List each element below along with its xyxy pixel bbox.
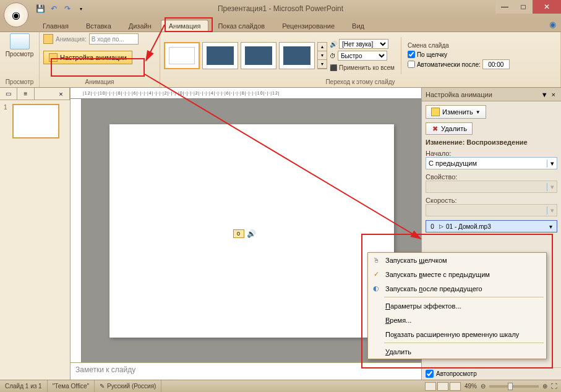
tab-review[interactable]: Рецензирование <box>274 20 343 32</box>
minimize-button[interactable]: — <box>495 0 514 14</box>
transition-item-3[interactable] <box>241 42 276 69</box>
close-button[interactable]: ✕ <box>533 0 561 14</box>
tab-view[interactable]: Вид <box>344 20 372 32</box>
speed-label-pane: Скорость: <box>426 197 557 204</box>
animation-label: Анимация: <box>56 36 87 43</box>
pane-close-icon[interactable]: × <box>550 91 557 98</box>
separator <box>384 343 544 343</box>
zoom-slider[interactable] <box>489 385 539 388</box>
slide[interactable]: 0 🔊 <box>109 124 394 338</box>
separator <box>384 297 544 297</box>
chevron-down-icon[interactable]: ▾ <box>547 160 557 168</box>
group-transition-label: Переход к этому слайду <box>164 78 557 86</box>
auto-time-input[interactable] <box>482 59 510 69</box>
change-effect-button[interactable]: Изменить ▼ <box>426 105 486 119</box>
help-icon[interactable]: ◉ <box>549 20 556 29</box>
autoplay-label: Автопросмотр <box>436 370 477 377</box>
apply-to-all-button[interactable]: ⬛ Применить ко всем <box>330 62 395 73</box>
pane-title: Настройка анимации <box>426 91 539 98</box>
language-indicator[interactable]: ✎ Русский (Россия) <box>95 380 161 392</box>
normal-view-button[interactable] <box>425 382 436 391</box>
ctx-effect-params[interactable]: Параметры эффектов... <box>368 299 546 313</box>
vertical-ruler <box>71 99 82 362</box>
clock-icon: ◐ <box>371 284 381 294</box>
ctx-timing[interactable]: Время... <box>368 313 546 327</box>
transition-none[interactable] <box>164 42 200 69</box>
property-combo: ▾ <box>426 181 557 193</box>
outline-tab[interactable]: ≡ <box>17 88 35 100</box>
autoplay-checkbox[interactable] <box>426 370 434 378</box>
slideshow-view-button[interactable] <box>450 382 461 391</box>
on-click-checkbox[interactable]: По щелчку <box>408 51 510 58</box>
speed-combo[interactable]: Быстро <box>338 51 387 61</box>
property-label: Свойство: <box>426 173 557 181</box>
ctx-start-on-click[interactable]: 🖱 Запускать щелчком <box>368 253 546 267</box>
speed-combo-pane: ▾ <box>426 204 557 216</box>
office-button[interactable]: ◉ <box>4 2 28 27</box>
transition-item-4[interactable] <box>279 42 315 69</box>
ctx-remove[interactable]: Удалить <box>368 344 546 359</box>
animation-combo[interactable] <box>89 33 139 45</box>
maximize-button[interactable]: □ <box>514 0 533 14</box>
effect-name: 01 - Домой.mp3 <box>446 223 491 230</box>
slide-indicator: Слайд 1 из 1 <box>0 380 48 392</box>
theme-indicator: "Тема Office" <box>48 380 95 392</box>
slides-panel: ▭ ≡ × 1 <box>0 88 71 380</box>
spellcheck-icon: ✎ <box>100 383 105 390</box>
custom-anim-icon <box>49 53 58 62</box>
start-combo[interactable]: С предыдущим ▾ <box>426 157 557 169</box>
panel-close-icon[interactable]: × <box>53 88 70 100</box>
delete-icon: ✖ <box>431 125 439 132</box>
play-icon: ▷ <box>439 223 443 229</box>
effect-section-header: Изменение: Воспроизведение <box>426 138 557 146</box>
ctx-start-after-prev[interactable]: ◐ Запускать после предыдущего <box>368 281 546 296</box>
undo-icon[interactable]: ↶ <box>48 3 59 14</box>
effect-list-item[interactable]: 0 ▷ 01 - Домой.mp3 ▾ <box>426 220 557 232</box>
check-icon: ✓ <box>371 270 381 279</box>
tab-slideshow[interactable]: Показ слайдов <box>210 20 273 32</box>
fit-window-icon[interactable]: ⛶ <box>551 383 557 390</box>
preview-icon <box>10 33 30 49</box>
ribbon: Просмотр Просмотр Анимация: Настройка ан… <box>0 32 561 88</box>
transition-gallery: ▴▾▾ <box>164 42 327 69</box>
mouse-icon: 🖱 <box>371 255 381 265</box>
preview-button[interactable]: Просмотр <box>2 33 37 58</box>
notes-pane[interactable]: Заметки к слайду <box>71 362 421 380</box>
transition-item-2[interactable] <box>202 42 238 69</box>
sorter-view-button[interactable] <box>437 382 448 391</box>
effect-dropdown-icon[interactable]: ▾ <box>546 223 555 230</box>
delete-effect-button[interactable]: ✖ Удалить <box>426 122 473 135</box>
redo-icon[interactable]: ↷ <box>62 3 73 14</box>
slide-thumbnail-1[interactable] <box>12 104 59 138</box>
slides-tab[interactable]: ▭ <box>0 88 17 100</box>
sound-combo[interactable]: [Нет звука] <box>339 39 388 49</box>
group-animation-label: Анимация <box>43 78 156 86</box>
effect-order-number: 0 <box>428 223 437 230</box>
transition-more[interactable]: ▴▾▾ <box>317 42 327 69</box>
speed-icon: ⏱ <box>330 53 336 59</box>
ctx-show-timeline[interactable]: Показать расширенную временную шкалу <box>368 327 546 341</box>
zoom-value: 49% <box>465 383 477 390</box>
tab-design[interactable]: Дизайн <box>121 20 160 32</box>
tab-animation[interactable]: Анимация <box>161 20 209 32</box>
qat-dropdown-icon[interactable]: ▾ <box>75 3 87 14</box>
custom-animation-button[interactable]: Настройка анимации <box>43 51 132 64</box>
pane-dropdown-icon[interactable]: ▼ <box>539 91 550 98</box>
slide-change-header: Смена слайда <box>408 42 510 49</box>
zoom-in-icon[interactable]: ⊕ <box>542 383 547 390</box>
media-object[interactable]: 0 🔊 <box>233 229 256 238</box>
quick-access-toolbar: 💾 ↶ ↷ ▾ <box>35 3 87 14</box>
window-controls: — □ ✕ <box>495 0 561 14</box>
group-preview-label: Просмотр <box>4 78 35 86</box>
status-bar: Слайд 1 из 1 "Тема Office" ✎ Русский (Ро… <box>0 380 561 392</box>
start-label: Начало: <box>426 150 557 157</box>
ctx-start-with-prev[interactable]: ✓ Запускать вместе с предыдущим <box>368 267 546 281</box>
tab-insert[interactable]: Вставка <box>78 20 119 32</box>
zoom-out-icon[interactable]: ⊖ <box>481 383 486 390</box>
auto-after-checkbox[interactable]: Автоматически после: <box>408 59 510 69</box>
speaker-icon: 🔊 <box>247 229 256 238</box>
thumb-number: 1 <box>4 104 10 138</box>
tab-home[interactable]: Главная <box>35 20 77 32</box>
window-title: Презентация1 - Microsoft PowerPoint <box>218 4 343 13</box>
save-icon[interactable]: 💾 <box>35 3 46 14</box>
